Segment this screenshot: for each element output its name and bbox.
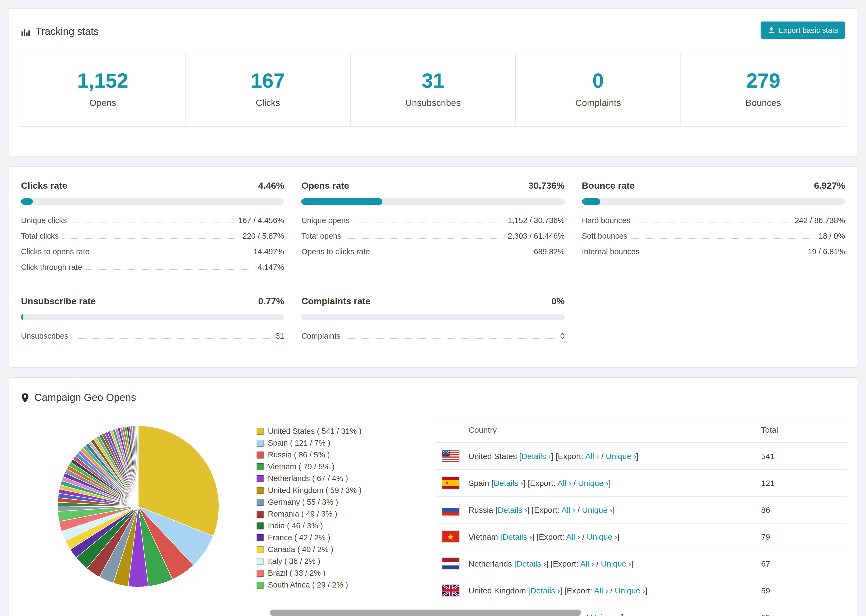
country-cell: United Kingdom [Details ›] [Export: All …: [469, 586, 761, 595]
legend-swatch: [257, 487, 264, 494]
stat-cell: 31 Unsubscribes: [351, 52, 516, 126]
export-unique-link[interactable]: Unique ›: [587, 532, 617, 541]
stat-label: Complaints: [516, 98, 680, 108]
dotted-leader: [70, 222, 235, 223]
rate-name: Unsubscribe rate: [21, 296, 96, 307]
rate-block: Complaints rate 0% Complaints 0: [301, 296, 565, 344]
details-link[interactable]: Details ›: [521, 451, 551, 460]
stat-value: 1,152: [20, 71, 185, 91]
rate-stat-row: Unique opens 1,152 / 30.736%: [301, 212, 565, 228]
export-unique-link[interactable]: Unique ›: [582, 505, 612, 514]
flag-es-icon: [442, 477, 460, 489]
rate-value: 0.77%: [258, 296, 284, 307]
geo-table-body: United States [Details ›] [Export: All ›…: [436, 443, 847, 616]
geo-legend: United States ( 541 / 31% ) Spain ( 121 …: [257, 416, 418, 616]
stat-value: 167: [186, 71, 350, 91]
rate-progress-track: [21, 198, 284, 205]
legend-swatch: [257, 427, 264, 435]
legend-item: France ( 42 / 2% ): [257, 532, 418, 544]
legend-label: Romania ( 49 / 3% ): [268, 509, 337, 518]
country-cell: Russia [Details ›] [Export: All › / Uniq…: [469, 505, 761, 514]
export-prefix: Export:: [534, 505, 559, 514]
stat-label: Clicks: [186, 98, 350, 108]
rate-stat-value: 0: [560, 332, 565, 340]
legend-item: Germany ( 55 / 3% ): [257, 496, 418, 508]
rate-stat-row: Total clicks 220 / 5.87%: [21, 228, 284, 244]
country-total: 79: [761, 532, 842, 541]
card-title-text: Tracking stats: [36, 26, 99, 38]
rate-progress-fill: [21, 198, 33, 205]
legend-swatch: [257, 558, 264, 565]
legend-label: Brazil ( 33 / 2% ): [268, 569, 326, 577]
geo-col-country: Country: [442, 425, 761, 434]
stat-label: Bounces: [681, 98, 846, 108]
legend-swatch: [257, 546, 264, 553]
rate-stat-value: 689.82%: [534, 247, 565, 256]
details-link[interactable]: Details ›: [493, 478, 523, 487]
geo-col-total: Total: [761, 425, 842, 434]
rate-stat-value: 14.497%: [254, 247, 284, 256]
legend-swatch: [257, 439, 264, 446]
rate-stat-label: Opens to clicks rate: [301, 247, 370, 256]
export-unique-link[interactable]: Unique ›: [601, 559, 631, 568]
geo-table-row: Vietnam [Details ›] [Export: All › / Uni…: [436, 523, 847, 550]
country-total: 59: [761, 586, 842, 595]
geo-pie: [20, 416, 257, 616]
rate-stat-label: Total clicks: [21, 231, 58, 240]
rate-stat-value: 167 / 4.456%: [238, 216, 284, 225]
export-all-link[interactable]: All ›: [594, 586, 608, 595]
export-unique-link[interactable]: Unique ›: [590, 613, 621, 616]
export-all-link[interactable]: All ›: [561, 505, 575, 514]
dotted-leader: [62, 238, 239, 238]
rate-rows: Hard bounces 242 / 86.738% Soft bounces …: [582, 212, 845, 259]
country-cell: United States [Details ›] [Export: All ›…: [469, 451, 761, 460]
legend-label: Canada ( 40 / 2% ): [268, 545, 333, 554]
rate-progress-fill: [301, 198, 383, 205]
details-link[interactable]: Details ›: [516, 559, 546, 568]
rates-card: Clicks rate 4.46% Unique clicks 167 / 4.…: [9, 166, 857, 368]
rate-stat-label: Unique opens: [301, 216, 350, 225]
geo-body: United States ( 541 / 31% ) Spain ( 121 …: [9, 411, 857, 616]
rate-stat-row: Clicks to opens rate 14.497%: [21, 244, 284, 259]
geo-pie-chart: [56, 424, 220, 589]
rate-stat-row: Total opens 2,303 / 61.446%: [301, 228, 565, 244]
export-prefix: Export:: [539, 532, 564, 541]
rate-header: Clicks rate 4.46%: [21, 181, 284, 191]
dotted-leader: [353, 222, 505, 223]
country-total: 67: [761, 559, 842, 568]
export-all-link[interactable]: All ›: [580, 559, 594, 568]
legend-label: Spain ( 121 / 7% ): [268, 438, 330, 447]
horizontal-scrollbar-thumb[interactable]: [270, 610, 581, 616]
legend-item: Russia ( 86 / 5% ): [257, 449, 418, 460]
legend-item: Canada ( 40 / 2% ): [257, 544, 418, 555]
rate-stat-label: Hard bounces: [582, 216, 630, 225]
card-title-text: Campaign Geo Opens: [35, 392, 136, 404]
geo-opens-card: Campaign Geo Opens United States ( 541 /…: [9, 377, 857, 616]
dotted-leader: [634, 222, 792, 223]
country-name: Vietnam: [469, 532, 498, 541]
export-all-link[interactable]: All ›: [585, 451, 599, 460]
export-unique-link[interactable]: Unique ›: [578, 478, 608, 487]
legend-item: South Africa ( 29 / 2% ): [257, 579, 418, 591]
dotted-leader: [373, 253, 531, 254]
map-pin-icon: [21, 393, 29, 403]
details-link[interactable]: Details ›: [502, 532, 532, 541]
country-cell: Spain [Details ›] [Export: All › / Uniqu…: [469, 478, 761, 487]
legend-label: Netherlands ( 67 / 4% ): [268, 474, 348, 483]
legend-swatch: [257, 475, 264, 482]
rate-name: Clicks rate: [21, 181, 67, 191]
rate-stat-label: Total opens: [301, 231, 341, 240]
export-basic-stats-button[interactable]: Export basic stats: [760, 22, 845, 39]
export-all-link[interactable]: All ›: [557, 478, 571, 487]
export-unique-link[interactable]: Unique ›: [615, 586, 645, 595]
geo-table: Country Total United States [Details ›] …: [436, 416, 847, 616]
details-link[interactable]: Details ›: [498, 505, 527, 514]
details-link[interactable]: Details ›: [531, 586, 560, 595]
country-name: Spain: [469, 478, 489, 487]
stat-label: Opens: [20, 98, 185, 108]
geo-table-row: Russia [Details ›] [Export: All › / Uniq…: [436, 497, 847, 523]
export-all-link[interactable]: All ›: [566, 532, 580, 541]
export-unique-link[interactable]: Unique ›: [606, 451, 636, 460]
rate-value: 4.46%: [258, 181, 284, 191]
rate-block: Unsubscribe rate 0.77% Unsubscribes 31: [21, 296, 284, 344]
